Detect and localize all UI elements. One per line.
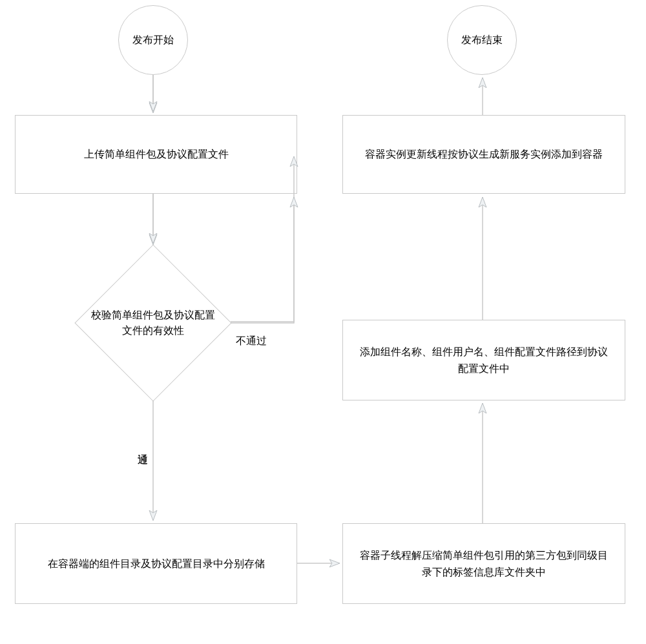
add-config-step: 添加组件名称、组件用户名、组件配置文件路径到协议配置文件中: [342, 320, 625, 400]
upload-text: 上传简单组件包及协议配置文件: [84, 146, 229, 163]
validate-decision: 校验简单组件包及协议配置文件的有效性: [76, 245, 231, 400]
end-node: 发布结束: [447, 5, 517, 75]
update-instance-text: 容器实例更新线程按协议生成新服务实例添加到容器: [365, 146, 603, 163]
store-step: 在容器端的组件目录及协议配置目录中分别存储: [15, 523, 297, 604]
add-config-text: 添加组件名称、组件用户名、组件配置文件路径到协议配置文件中: [356, 344, 612, 377]
end-label: 发布结束: [461, 34, 503, 47]
start-label: 发布开始: [132, 34, 174, 47]
upload-step: 上传简单组件包及协议配置文件: [15, 115, 297, 194]
decompress-step: 容器子线程解压缩简单组件包引用的第三方包到同级目录下的标签信息库文件夹中: [342, 523, 625, 604]
fail-edge-label: 不通过: [234, 335, 268, 348]
start-node: 发布开始: [118, 5, 188, 75]
update-instance-step: 容器实例更新线程按协议生成新服务实例添加到容器: [342, 115, 625, 194]
flowchart-canvas: 发布开始 发布结束 上传简单组件包及协议配置文件 校验简单组件包及协议配置文件的…: [0, 0, 646, 644]
validate-text: 校验简单组件包及协议配置文件的有效性: [89, 307, 218, 338]
decompress-text: 容器子线程解压缩简单组件包引用的第三方包到同级目录下的标签信息库文件夹中: [356, 547, 612, 580]
store-text: 在容器端的组件目录及协议配置目录中分别存储: [48, 556, 265, 572]
